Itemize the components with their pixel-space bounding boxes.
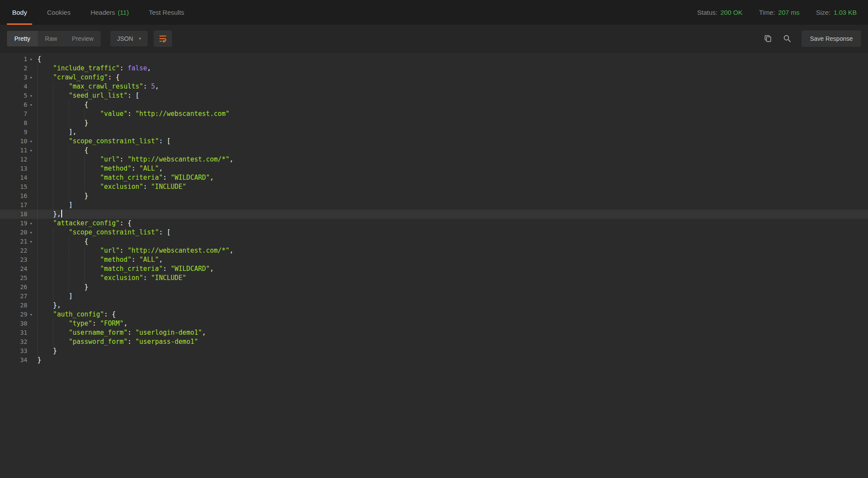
code-line[interactable]: 17] — [0, 201, 868, 210]
code-text[interactable]: ] — [35, 292, 868, 301]
code-line[interactable]: 19▾"attacker_config": { — [0, 219, 868, 228]
code-text[interactable]: "scope_constraint_list": [ — [35, 228, 868, 237]
code-line[interactable]: 14"match_criteria": "WILDCARD", — [0, 173, 868, 182]
code-text[interactable]: { — [35, 100, 868, 109]
code-line[interactable]: 2"include_traffic": false, — [0, 64, 868, 73]
code-text[interactable]: { — [35, 55, 868, 64]
code-line[interactable]: 22"url": "http://webscantest.com/*", — [0, 246, 868, 255]
indent-guide — [69, 146, 84, 155]
code-line[interactable]: 20▾"scope_constraint_list": [ — [0, 228, 868, 237]
code-text[interactable]: "exclusion": "INCLUDE" — [35, 274, 868, 283]
code-text[interactable]: "max_crawl_results": 5, — [35, 82, 868, 91]
code-text[interactable]: "value": "http://webscantest.com" — [35, 109, 868, 119]
indent-guide — [84, 246, 100, 255]
code-line[interactable]: 10▾"scope_constraint_list": [ — [0, 137, 868, 146]
preview-button[interactable]: Preview — [65, 31, 101, 46]
tab-headers[interactable]: Headers (11) — [89, 0, 129, 25]
code-text[interactable]: ], — [35, 128, 868, 137]
code-line[interactable]: 25"exclusion": "INCLUDE" — [0, 274, 868, 283]
code-text[interactable]: "crawl_config": { — [35, 73, 868, 82]
code-line[interactable]: 24"match_criteria": "WILDCARD", — [0, 264, 868, 274]
pretty-button[interactable]: Pretty — [7, 31, 38, 46]
code-line[interactable]: 11▾{ — [0, 146, 868, 155]
fold-toggle-icon[interactable]: ▾ — [27, 91, 35, 100]
indent-guide — [69, 255, 84, 264]
code-line[interactable]: 3▾"crawl_config": { — [0, 73, 868, 82]
code-text[interactable]: } — [35, 346, 868, 356]
fold-toggle-icon[interactable]: ▾ — [27, 219, 35, 228]
code-text[interactable]: "method": "ALL", — [35, 255, 868, 264]
code-line[interactable]: 32"password_form": "userpass-demo1" — [0, 337, 868, 346]
code-text[interactable]: "include_traffic": false, — [35, 64, 868, 73]
code-line[interactable]: 12"url": "http://webscantest.com/*", — [0, 155, 868, 164]
line-number: 32 — [8, 337, 27, 346]
code-text[interactable]: "url": "http://webscantest.com/*", — [35, 155, 868, 164]
code-line[interactable]: 28}, — [0, 301, 868, 310]
code-text[interactable]: "password_form": "userpass-demo1" — [35, 337, 868, 346]
code-line[interactable]: 16} — [0, 191, 868, 201]
code-line[interactable]: 26} — [0, 283, 868, 292]
code-text[interactable]: "type": "FORM", — [35, 319, 868, 328]
code-text[interactable]: } — [35, 283, 868, 292]
code-line[interactable]: 23"method": "ALL", — [0, 255, 868, 264]
code-line[interactable]: 15"exclusion": "INCLUDE" — [0, 182, 868, 191]
code-line[interactable]: 7"value": "http://webscantest.com" — [0, 109, 868, 119]
code-text[interactable]: "scope_constraint_list": [ — [35, 137, 868, 146]
code-line[interactable]: 21▾{ — [0, 237, 868, 246]
code-text[interactable]: } — [35, 191, 868, 201]
code-text[interactable]: "exclusion": "INCLUDE" — [35, 182, 868, 191]
code-line[interactable]: 18}, — [0, 210, 868, 219]
tab-body[interactable]: Body — [11, 0, 28, 25]
code-text[interactable]: } — [35, 356, 868, 365]
code-line[interactable]: 6▾{ — [0, 100, 868, 109]
search-button[interactable] — [782, 34, 791, 43]
code-line[interactable]: 5▾"seed_url_list": [ — [0, 91, 868, 100]
tab-test-results[interactable]: Test Results — [148, 0, 185, 25]
tab-body-label: Body — [12, 9, 27, 16]
code-line[interactable]: 31"username_form": "userlogin-demo1", — [0, 328, 868, 337]
code-text[interactable]: } — [35, 119, 868, 128]
fold-toggle-icon[interactable]: ▾ — [27, 237, 35, 246]
code-text[interactable]: "auth_config": { — [35, 310, 868, 319]
code-text[interactable]: "attacker_config": { — [35, 219, 868, 228]
code-line[interactable]: 34} — [0, 356, 868, 365]
code-text[interactable]: "url": "http://webscantest.com/*", — [35, 246, 868, 255]
code-line[interactable]: 1▾{ — [0, 55, 868, 64]
response-body-editor[interactable]: 1▾{2"include_traffic": false,3▾"crawl_co… — [0, 52, 868, 478]
code-text[interactable]: ] — [35, 201, 868, 210]
fold-toggle-icon[interactable]: ▾ — [27, 228, 35, 237]
code-line[interactable]: 27] — [0, 292, 868, 301]
save-response-button[interactable]: Save Response — [802, 30, 861, 47]
code-line[interactable]: 29▾"auth_config": { — [0, 310, 868, 319]
fold-toggle-icon[interactable]: ▾ — [27, 146, 35, 155]
wrap-lines-button[interactable] — [154, 30, 172, 47]
code-text[interactable]: "method": "ALL", — [35, 164, 868, 173]
fold-toggle-icon[interactable]: ▾ — [27, 73, 35, 82]
raw-button[interactable]: Raw — [38, 31, 65, 46]
fold-toggle-icon[interactable]: ▾ — [27, 310, 35, 319]
fold-toggle-icon[interactable]: ▾ — [27, 137, 35, 146]
code-text[interactable]: "username_form": "userlogin-demo1", — [35, 328, 868, 337]
code-line[interactable]: 13"method": "ALL", — [0, 164, 868, 173]
code-text[interactable]: }, — [35, 210, 868, 219]
code-text[interactable]: { — [35, 237, 868, 246]
code-text[interactable]: "match_criteria": "WILDCARD", — [35, 173, 868, 182]
code-line[interactable]: 8} — [0, 119, 868, 128]
code-text[interactable]: "match_criteria": "WILDCARD", — [35, 264, 868, 274]
code-text[interactable]: "seed_url_list": [ — [35, 91, 868, 100]
fold-toggle-icon[interactable]: ▾ — [27, 55, 35, 64]
copy-button[interactable] — [763, 34, 772, 43]
token-punct: , — [229, 247, 233, 254]
tab-cookies[interactable]: Cookies — [46, 0, 71, 25]
code-text[interactable]: }, — [35, 301, 868, 310]
code-line[interactable]: 4"max_crawl_results": 5, — [0, 82, 868, 91]
code-line[interactable]: 9], — [0, 128, 868, 137]
token-str: "userlogin-demo1" — [135, 329, 202, 336]
token-punct: : { — [108, 73, 120, 81]
fold-toggle-icon[interactable]: ▾ — [27, 100, 35, 109]
code-line[interactable]: 30"type": "FORM", — [0, 319, 868, 328]
time-meta: Time: 207 ms — [759, 9, 799, 16]
code-line[interactable]: 33} — [0, 346, 868, 356]
code-text[interactable]: { — [35, 146, 868, 155]
language-select[interactable]: JSON ▾ — [110, 31, 147, 46]
